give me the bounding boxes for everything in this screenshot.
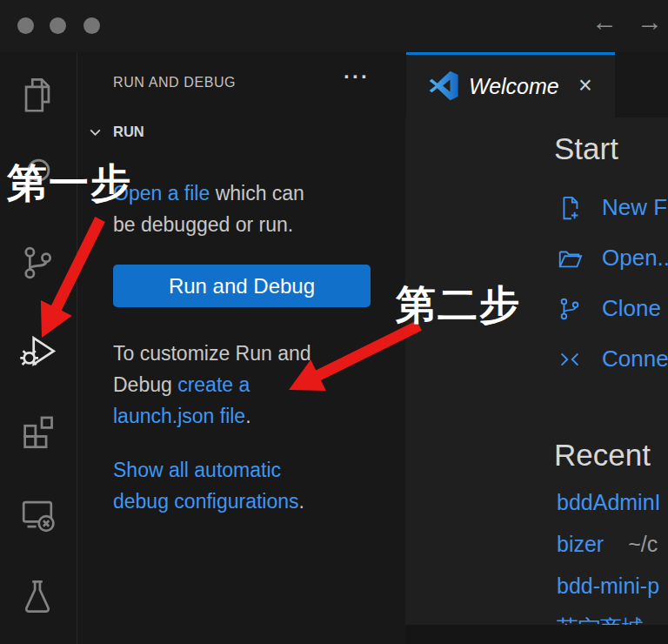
start-heading: Start <box>554 131 618 166</box>
files-icon[interactable] <box>17 76 57 116</box>
nav-back-icon[interactable]: ← <box>590 7 619 37</box>
welcome-page: Start New File... Open... Clone Git Repo… <box>405 117 668 625</box>
hint-text: which can <box>210 182 304 205</box>
connect-to-link[interactable]: Connect to... <box>557 345 668 372</box>
more-actions-icon[interactable]: ··· <box>344 64 370 89</box>
recent-link[interactable]: bddAdminI <box>557 490 661 514</box>
recent-heading: Recent <box>554 438 651 473</box>
run-and-debug-panel: RUN AND DEBUG ··· RUN Open a file which … <box>77 52 405 644</box>
titlebar: ← → <box>0 0 668 52</box>
hint-text: To customize Run and <box>113 342 311 365</box>
tab-welcome[interactable]: Welcome × <box>406 52 615 117</box>
chevron-down-icon <box>88 124 103 139</box>
recent-path: ~/c <box>628 532 658 556</box>
new-file-link[interactable]: New File... <box>557 194 668 221</box>
hint-text: . <box>245 405 250 427</box>
open-link[interactable]: Open... <box>557 245 668 272</box>
start-label: New File... <box>602 194 668 221</box>
create-launch-json-link[interactable]: launch.json file <box>113 405 245 427</box>
start-label: Connect to... <box>602 345 668 372</box>
panel-title: RUN AND DEBUG <box>113 75 236 91</box>
extensions-icon[interactable] <box>17 411 57 451</box>
window-zoom-button[interactable] <box>84 17 100 34</box>
customize-hint: To customize Run and Debug create a laun… <box>113 338 374 432</box>
open-file-hint: Open a file which can be debugged or run… <box>113 178 374 240</box>
new-file-icon <box>557 195 583 221</box>
nav-forward-icon[interactable]: → <box>635 7 665 37</box>
run-section-header[interactable]: RUN <box>88 124 144 140</box>
create-launch-json-link[interactable]: create a <box>177 373 250 396</box>
show-configs-hint: Show all automatic debug configurations. <box>113 454 374 517</box>
source-control-icon[interactable] <box>17 243 57 283</box>
window-minimize-button[interactable] <box>50 17 66 34</box>
clone-repository-link[interactable]: Clone Git Repository... <box>557 295 668 322</box>
recent-link[interactable]: bizer <box>557 532 604 556</box>
recent-item: bdd-mini-p <box>557 574 659 599</box>
activity-bar <box>0 52 77 644</box>
recent-item: bizer~/c <box>557 532 658 557</box>
tab-label: Welcome <box>469 74 559 99</box>
hint-text: . <box>299 490 304 513</box>
show-debug-configurations-link[interactable]: Show all automatic <box>113 459 281 481</box>
recent-item: bddAdminI <box>557 490 661 515</box>
testing-icon[interactable] <box>17 576 57 616</box>
editor-bottom-strip <box>405 625 668 644</box>
remote-explorer-icon[interactable] <box>17 493 57 533</box>
git-branch-icon <box>557 296 583 322</box>
recent-item: 苏宁商城 <box>557 614 644 625</box>
recent-link[interactable]: 苏宁商城 <box>557 615 644 625</box>
hint-text: be debugged or run. <box>113 213 293 236</box>
vscode-logo-icon <box>429 70 459 102</box>
run-and-debug-icon[interactable] <box>17 330 57 370</box>
remote-connect-icon <box>557 346 583 372</box>
step2-annotation: 第二步 <box>396 278 521 332</box>
show-debug-configurations-link[interactable]: debug configurations <box>113 490 299 513</box>
window-close-button[interactable] <box>17 17 34 34</box>
start-label: Clone Git Repository... <box>602 295 668 322</box>
open-folder-icon <box>557 245 583 272</box>
run-and-debug-button[interactable]: Run and Debug <box>113 265 371 307</box>
tab-close-icon[interactable]: × <box>578 72 592 99</box>
start-label: Open... <box>602 245 668 272</box>
hint-text: Debug <box>113 373 177 396</box>
editor-group: Welcome × Start New File... Open... Clon… <box>405 52 668 644</box>
recent-link[interactable]: bdd-mini-p <box>557 574 659 598</box>
step1-annotation: 第一步 <box>7 157 132 211</box>
run-section-label: RUN <box>113 124 144 140</box>
